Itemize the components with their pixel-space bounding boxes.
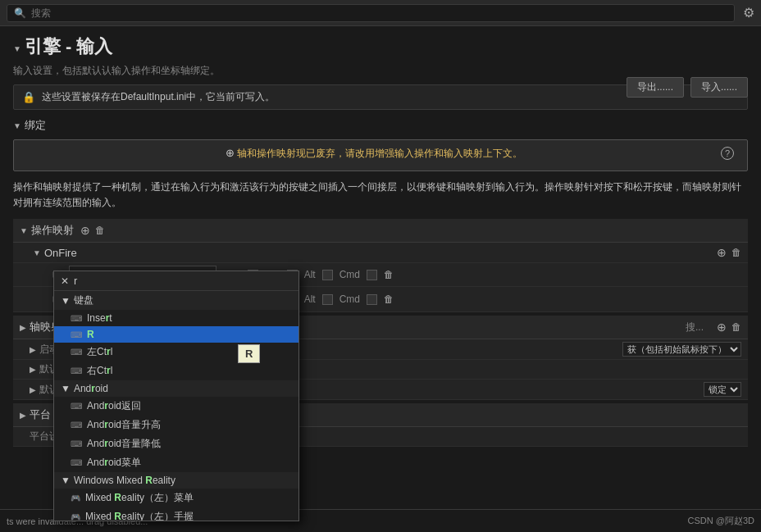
dropdown-search-bar: ✕ [54, 271, 298, 291]
dropdown-search-input[interactable] [74, 275, 292, 287]
export-button[interactable]: 导出...... [627, 77, 684, 98]
platform-label: 平台 [30, 407, 51, 422]
top-bar: 🔍 ⚙ [0, 0, 761, 26]
tooltip-r: R [238, 344, 260, 363]
item-android-menu-icon: ⌨ [71, 458, 82, 467]
wmr-group-label: Windows Mixed Reality [74, 475, 175, 486]
wmr-group-triangle: ▼ [61, 475, 71, 486]
dropdown-list: ▼ 键盘 ⌨ Insert ⌨ R ⌨ 左Ctrl ⌨ 右Ctrl ▼ Andr… [54, 291, 298, 521]
dropdown-item-right-ctrl[interactable]: ⌨ 右Ctrl [54, 361, 298, 380]
dropdown-item-wmr-menu[interactable]: 🎮 Mixed Reality（左）菜单 [54, 489, 298, 507]
platform-triangle: ▶ [20, 411, 26, 420]
onfire-trash-icon[interactable]: 🗑 [731, 247, 741, 258]
item-lctrl-keyboard-icon: ⌨ [71, 348, 82, 357]
action-trash-icon[interactable]: 🗑 [95, 225, 105, 236]
default-capture-triangle: ▶ [30, 365, 36, 374]
capture-mouse-select[interactable]: 获（包括初始鼠标按下） [622, 342, 741, 357]
dropdown-group-wmr[interactable]: ▼ Windows Mixed Reality [54, 472, 298, 489]
item-android-voldn-icon: ⌨ [71, 439, 82, 448]
axis-triangle: ▶ [20, 323, 26, 332]
default-lock-triangle: ▶ [30, 385, 36, 394]
onfire-triangle: ▼ [33, 248, 41, 257]
page-subtitle: 输入设置，包括默认认输入操作和坐标轴绑定。 [13, 64, 748, 78]
bottom-credit: CSDN @阿赵3D [688, 515, 754, 527]
onfire-row: ▼ OnFire ⊕ 🗑 [13, 243, 748, 263]
android-group-label: Android [74, 383, 108, 394]
search-icon: 🔍 [14, 7, 26, 19]
cmd-label-1: Cmd [339, 269, 360, 280]
binding-header: ▼ 绑定 [13, 118, 748, 133]
warning-text: 轴和操作映射现已废弃，请改用增强输入操作和输入映射上下文。 [237, 148, 522, 159]
dropdown-item-r[interactable]: ⌨ R [54, 326, 298, 343]
key-dropdown: ✕ ▼ 键盘 ⌨ Insert ⌨ R ⌨ 左Ctrl ⌨ 右Ctrl ▼ An… [53, 271, 299, 521]
alt-label-2: Alt [304, 293, 316, 305]
action-mapping-header: ▼ 操作映射 ⊕ 🗑 [13, 219, 748, 243]
voice-triangle: ▶ [30, 345, 36, 354]
key-trash-icon-1[interactable]: 🗑 [384, 269, 394, 280]
cmd-label-2: Cmd [339, 293, 360, 305]
dropdown-clear-icon[interactable]: ✕ [61, 275, 69, 287]
help-icon[interactable]: ? [721, 147, 734, 160]
info-text: 这些设置被保存在DefaultInput.ini中，它当前可写入。 [42, 90, 275, 104]
alt-checkbox-2[interactable] [322, 294, 333, 305]
alt-checkbox-1[interactable] [322, 270, 333, 280]
keyboard-group-label: 键盘 [74, 293, 93, 307]
dropdown-item-android-vol-up[interactable]: ⌨ Android音量升高 [54, 416, 298, 434]
android-group-triangle: ▼ [61, 383, 71, 394]
dropdown-group-keyboard[interactable]: ▼ 键盘 [54, 291, 298, 310]
item-r-keyboard-icon: ⌨ [71, 330, 82, 339]
warning-icon: ⊕ [226, 147, 235, 159]
axis-search-trash[interactable]: 🗑 [731, 321, 741, 333]
action-plus-icon[interactable]: ⊕ [80, 224, 90, 237]
item-wmr-menu-icon: 🎮 [71, 493, 80, 502]
axis-search-plus[interactable]: ⊕ [717, 321, 727, 334]
onfire-plus-icon[interactable]: ⊕ [717, 246, 727, 259]
binding-label: 绑定 [25, 118, 46, 133]
cmd-checkbox-1[interactable] [367, 270, 377, 280]
import-button[interactable]: 导入...... [690, 77, 748, 98]
page-title: 引擎 - 输入 [25, 34, 113, 59]
search-box[interactable]: 🔍 [7, 4, 735, 22]
default-lock-select[interactable]: 锁定 [704, 382, 741, 397]
lock-icon: 🔒 [22, 91, 35, 103]
dropdown-item-android-menu[interactable]: ⌨ Android菜单 [54, 453, 298, 472]
gear-icon[interactable]: ⚙ [743, 5, 754, 20]
dropdown-item-android-vol-down[interactable]: ⌨ Android音量降低 [54, 434, 298, 453]
dropdown-item-left-ctrl[interactable]: ⌨ 左Ctrl [54, 343, 298, 361]
dropdown-item-android-back[interactable]: ⌨ Android返回 [54, 397, 298, 416]
key-trash-icon-2[interactable]: 🗑 [384, 293, 394, 305]
dropdown-group-android[interactable]: ▼ Android [54, 380, 298, 397]
item-android-back-icon: ⌨ [71, 402, 82, 411]
dropdown-item-wmr-grip[interactable]: 🎮 Mixed Reality（左）手握 [54, 507, 298, 521]
item-wmr-grip-icon: 🎮 [71, 512, 80, 521]
section-triangle-title: ▼ [13, 44, 21, 53]
axis-search-placeholder: 搜... [686, 321, 704, 334]
warning-banner: ⊕ 轴和操作映射现已废弃，请改用增强输入操作和输入映射上下文。 ? [13, 139, 748, 171]
item-rctrl-keyboard-icon: ⌨ [71, 366, 82, 375]
onfire-name: OnFire [44, 247, 710, 259]
item-keyboard-icon: ⌨ [71, 314, 82, 323]
action-mapping-label: 操作映射 [31, 223, 74, 238]
search-input[interactable] [31, 7, 727, 19]
alt-label-1: Alt [304, 269, 316, 280]
action-triangle: ▼ [20, 226, 28, 235]
item-android-volup-icon: ⌨ [71, 421, 82, 430]
warning-desc: 操作和轴映射提供了一种机制，通过在输入行为和激活该行为的按键之间插入一个间接层，… [13, 180, 748, 211]
export-import-row: 导出...... 导入...... [627, 77, 748, 98]
dropdown-item-insert[interactable]: ⌨ Insert [54, 310, 298, 326]
binding-triangle: ▼ [13, 121, 21, 130]
keyboard-group-triangle: ▼ [61, 295, 71, 307]
cmd-checkbox-2[interactable] [367, 294, 377, 305]
